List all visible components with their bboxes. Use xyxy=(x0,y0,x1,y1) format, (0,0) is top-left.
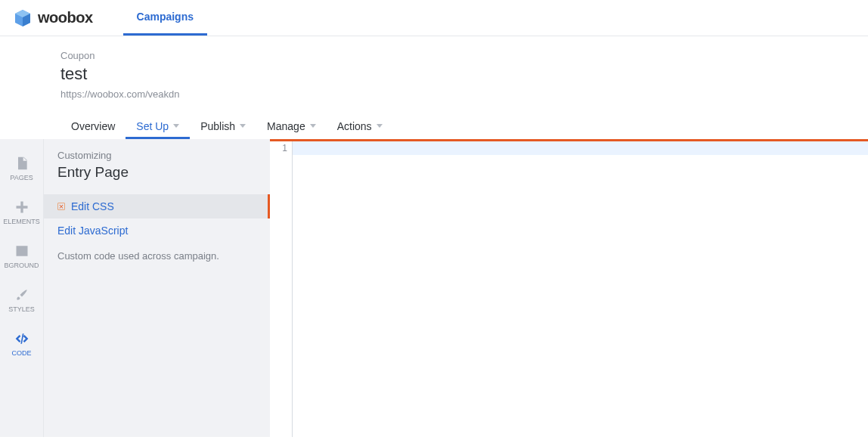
top-nav: Campaigns xyxy=(123,0,207,36)
campaign-url[interactable]: https://woobox.com/veakdn xyxy=(60,88,868,100)
edit-js-label: Edit JavaScript xyxy=(57,225,128,237)
rail-code[interactable]: CODE xyxy=(0,322,43,366)
editor-body: 1 xyxy=(270,141,868,437)
rail-styles-label: STYLES xyxy=(8,305,35,313)
rail-bground[interactable]: BGROUND xyxy=(0,234,43,278)
tab-overview-label: Overview xyxy=(71,120,115,132)
customize-panel: Customizing Entry Page × Edit CSS Edit J… xyxy=(43,139,270,437)
editor-gutter: 1 xyxy=(270,141,293,437)
code-editor: 1 xyxy=(270,139,868,437)
rail-bground-label: BGROUND xyxy=(4,262,39,269)
customize-title: Entry Page xyxy=(57,164,256,181)
customize-list: × Edit CSS Edit JavaScript xyxy=(44,194,270,243)
tab-setup-label: Set Up xyxy=(136,120,169,132)
tab-setup[interactable]: Set Up xyxy=(126,115,190,139)
rail-styles[interactable]: STYLES xyxy=(0,278,43,322)
top-bar: woobox Campaigns xyxy=(0,0,868,36)
nav-campaigns[interactable]: Campaigns xyxy=(123,0,207,36)
tab-overview[interactable]: Overview xyxy=(60,115,126,139)
editor-line[interactable] xyxy=(293,141,868,155)
page-icon xyxy=(14,156,29,171)
customize-edit-css[interactable]: × Edit CSS xyxy=(44,194,270,218)
campaign-title: test xyxy=(60,64,868,84)
rail-pages-label: PAGES xyxy=(10,174,33,181)
image-icon xyxy=(14,243,29,259)
woobox-logo-icon xyxy=(14,9,32,27)
brush-icon xyxy=(14,287,29,302)
campaign-type: Coupon xyxy=(60,50,868,61)
line-number: 1 xyxy=(270,143,287,153)
code-icon xyxy=(14,331,29,346)
brand-name: woobox xyxy=(38,9,93,26)
tab-manage[interactable]: Manage xyxy=(256,115,327,139)
svg-point-3 xyxy=(18,248,20,250)
rail-pages[interactable]: PAGES xyxy=(0,147,43,191)
nav-campaigns-label: Campaigns xyxy=(137,11,194,23)
customize-sub: Customizing xyxy=(57,150,256,161)
tab-manage-label: Manage xyxy=(267,120,305,132)
chevron-down-icon xyxy=(377,124,383,128)
customize-header: Customizing Entry Page xyxy=(44,139,270,188)
campaign-header: Coupon test https://woobox.com/veakdn xyxy=(0,36,868,100)
tab-actions-label: Actions xyxy=(337,120,372,132)
plus-icon xyxy=(14,200,29,215)
left-rail: PAGES ELEMENTS BGROUND STYLES CODE xyxy=(0,139,43,437)
tab-publish[interactable]: Publish xyxy=(190,115,256,139)
rail-code-label: CODE xyxy=(11,349,31,357)
tab-actions[interactable]: Actions xyxy=(327,115,393,139)
rail-elements[interactable]: ELEMENTS xyxy=(0,191,43,234)
customize-note: Custom code used across campaign. xyxy=(44,243,270,269)
brand[interactable]: woobox xyxy=(14,0,123,36)
chevron-down-icon xyxy=(310,124,316,128)
chevron-down-icon xyxy=(240,124,246,128)
editor-content[interactable] xyxy=(293,141,868,437)
edit-css-label: Edit CSS xyxy=(71,200,114,212)
main-row: PAGES ELEMENTS BGROUND STYLES CODE Custo… xyxy=(0,139,868,437)
rail-elements-label: ELEMENTS xyxy=(3,218,40,225)
close-icon[interactable]: × xyxy=(57,203,65,210)
sub-tabs: Overview Set Up Publish Manage Actions xyxy=(0,115,868,139)
chevron-down-icon xyxy=(173,124,179,128)
customize-edit-js[interactable]: Edit JavaScript xyxy=(44,218,270,243)
tab-publish-label: Publish xyxy=(200,120,235,132)
